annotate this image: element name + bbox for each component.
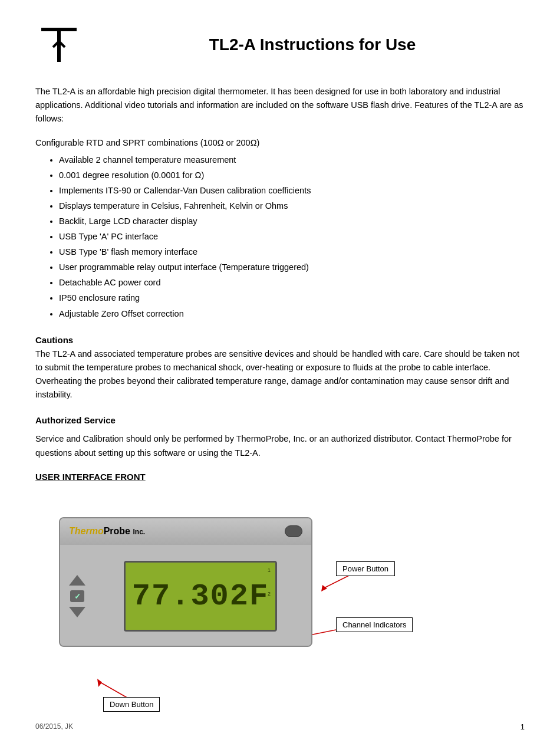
device-diagram: Up Button Select Button Power Button Cha… — [35, 517, 448, 647]
list-item: IP50 enclosure rating — [59, 290, 525, 305]
list-item: Backlit, Large LCD character display — [59, 213, 525, 229]
authorized-section: Authorized Service Service and Calibrati… — [35, 413, 525, 459]
lcd-screen: 77.302F 1 2 — [124, 561, 277, 632]
channel-dots: 1 2 — [268, 567, 271, 597]
footer-date: 06/2015, JK — [35, 722, 73, 731]
cautions-text: The TL2-A and associated temperature pro… — [35, 347, 525, 402]
power-button-device[interactable] — [285, 525, 302, 537]
features-header: Configurable RTD and SPRT combinations (… — [35, 138, 525, 147]
footer: 06/2015, JK 1 — [35, 722, 525, 731]
list-item: Implements ITS-90 or Callendar-Van Dusen… — [59, 183, 525, 198]
device-body: ✓ 77.302F 1 2 — [60, 545, 311, 647]
left-buttons: ✓ — [60, 545, 90, 647]
page-number: 1 — [521, 722, 525, 731]
list-item: Available 2 channel temperature measurem… — [59, 152, 525, 167]
svg-marker-13 — [97, 679, 102, 687]
power-button-callout: Power Button — [336, 561, 395, 576]
features-list: Available 2 channel temperature measurem… — [59, 152, 525, 321]
lcd-display-text: 77.302F — [132, 579, 269, 614]
list-item: Adjustable Zero Offset correction — [59, 306, 525, 321]
intro-paragraph: The TL2-A is an affordable high precisio… — [35, 85, 525, 126]
features-section: Configurable RTD and SPRT combinations (… — [35, 138, 525, 321]
page-title: TL2-A Instructions for Use — [100, 35, 525, 54]
device-image: ThermoProbe Inc. ✓ 77.302F — [59, 517, 312, 647]
channel-1-indicator: 1 — [268, 567, 271, 573]
ui-front-section: USER INTERFACE FRONT Up Button Select B — [35, 472, 525, 647]
list-item: Displays temperature in Celsius, Fahrenh… — [59, 198, 525, 213]
list-item: 0.001 degree resolution (0.0001 for Ω) — [59, 167, 525, 183]
up-button-triangle[interactable] — [69, 575, 85, 586]
list-item: USB Type 'A' PC interface — [59, 229, 525, 244]
svg-marker-9 — [321, 585, 327, 591]
channel-indicators-callout: Channel Indicators — [336, 617, 413, 632]
down-button-callout: Down Button — [103, 697, 160, 712]
device-top-bar: ThermoProbe Inc. — [60, 518, 311, 545]
lcd-area: 77.302F 1 2 — [90, 545, 311, 647]
authorized-text: Service and Calibration should only be p… — [35, 432, 525, 459]
down-button-triangle[interactable] — [69, 607, 85, 617]
list-item: User programmable relay output interface… — [59, 259, 525, 275]
cautions-section: Cautions The TL2-A and associated temper… — [35, 333, 525, 402]
select-button-check[interactable]: ✓ — [70, 590, 84, 602]
channel-2-indicator: 2 — [268, 591, 271, 597]
title-area: TL2-A Instructions for Use — [100, 18, 525, 54]
authorized-title: Authorized Service — [35, 413, 525, 428]
list-item: Detachable AC power cord — [59, 275, 525, 290]
ui-front-title: USER INTERFACE FRONT — [35, 472, 525, 482]
company-logo — [35, 18, 88, 67]
list-item: USB Type 'B' flash memory interface — [59, 244, 525, 259]
cautions-title: Cautions — [35, 333, 525, 347]
header-area: TL2-A Instructions for Use — [35, 18, 525, 67]
brand-area: ThermoProbe Inc. — [69, 526, 279, 537]
